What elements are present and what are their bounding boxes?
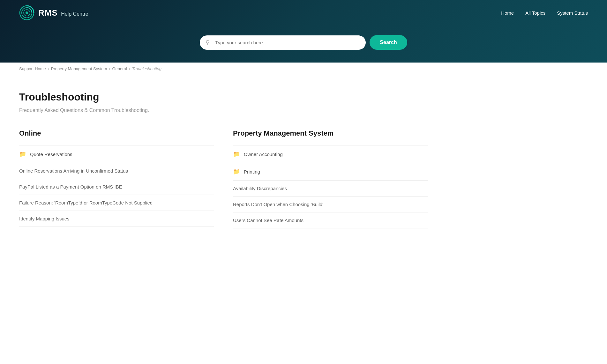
page-subtitle: Frequently Asked Questions & Common Trou… (19, 108, 428, 113)
column-pms-title: Property Management System (233, 129, 428, 137)
folder-icon: 📁 (19, 151, 26, 158)
search-button[interactable]: Search (370, 35, 407, 50)
list-item[interactable]: Availability Discrepancies (233, 181, 428, 197)
list-item[interactable]: Reports Don't Open when Choosing 'Build' (233, 197, 428, 212)
list-item-label: Quote Reservations (30, 152, 72, 157)
list-item[interactable]: 📁 Quote Reservations (19, 145, 214, 163)
breadcrumb: Support Home › Property Management Syste… (0, 63, 607, 75)
logo-area: RMS Help Centre (19, 5, 88, 20)
breadcrumb-pms[interactable]: Property Management System (51, 66, 107, 71)
logo-rms-text: RMS Help Centre (38, 8, 88, 18)
list-item-label: Identify Mapping Issues (19, 216, 70, 221)
header: RMS Help Centre Home All Topics System S… (0, 0, 607, 63)
breadcrumb-sep-2: › (109, 67, 110, 71)
breadcrumb-general[interactable]: General (112, 66, 127, 71)
breadcrumb-sep-3: › (129, 67, 130, 71)
svg-point-3 (26, 11, 28, 14)
column-online-title: Online (19, 129, 214, 137)
main-content: Troubleshooting Frequently Asked Questio… (0, 75, 447, 248)
list-item[interactable]: Users Cannot See Rate Amounts (233, 212, 428, 228)
list-item[interactable]: Online Reservations Arriving in Unconfir… (19, 163, 214, 179)
list-item[interactable]: Failure Reason: 'RoomTypeId or RoomTypeC… (19, 195, 214, 211)
list-item-label: Failure Reason: 'RoomTypeId or RoomTypeC… (19, 200, 153, 205)
list-item-label: Availability Discrepancies (233, 186, 287, 191)
header-nav: Home All Topics System Status (501, 10, 588, 16)
folder-icon: 📁 (233, 168, 240, 175)
search-input-wrap: ⚲ (200, 35, 366, 50)
search-input[interactable] (200, 35, 366, 50)
search-icon: ⚲ (206, 39, 210, 46)
list-item-label: Reports Don't Open when Choosing 'Build' (233, 202, 323, 207)
list-item-label: Online Reservations Arriving in Unconfir… (19, 168, 128, 174)
breadcrumb-sep-1: › (48, 67, 49, 71)
column-pms: Property Management System 📁 Owner Accou… (233, 129, 428, 228)
page-title: Troubleshooting (19, 91, 428, 103)
list-item-label: Owner Accounting (244, 152, 283, 157)
list-item[interactable]: PayPal Listed as a Payment Option on RMS… (19, 179, 214, 195)
nav-system-status[interactable]: System Status (557, 10, 588, 16)
search-area: ⚲ Search (19, 26, 588, 63)
list-item-label: Printing (244, 169, 260, 175)
folder-icon: 📁 (233, 151, 240, 158)
nav-all-topics[interactable]: All Topics (525, 10, 545, 16)
column-online: Online 📁 Quote Reservations Online Reser… (19, 129, 214, 228)
breadcrumb-current: Troubleshooting (132, 66, 161, 71)
breadcrumb-support-home[interactable]: Support Home (19, 66, 46, 71)
list-item-label: PayPal Listed as a Payment Option on RMS… (19, 184, 122, 189)
list-item-label: Users Cannot See Rate Amounts (233, 218, 304, 223)
list-item[interactable]: Identify Mapping Issues (19, 211, 214, 227)
columns-layout: Online 📁 Quote Reservations Online Reser… (19, 129, 428, 228)
nav-home[interactable]: Home (501, 10, 514, 16)
rms-logo-icon (19, 5, 34, 20)
list-item[interactable]: 📁 Owner Accounting (233, 145, 428, 163)
list-item[interactable]: 📁 Printing (233, 163, 428, 181)
